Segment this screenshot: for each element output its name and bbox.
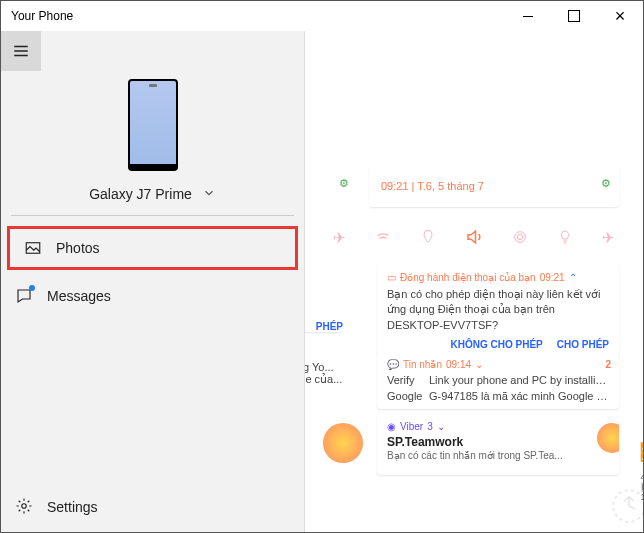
chevron-down-icon[interactable]: ⌄ <box>475 359 483 370</box>
notification-messages[interactable]: 💬 Tin nhắn 09:14 ⌄ 2 VerifyLink your pho… <box>377 353 619 409</box>
airplane-icon[interactable]: ✈ <box>333 229 346 247</box>
device-image <box>128 79 178 171</box>
notif-app: Đồng hành điện thoại của bạn <box>400 272 536 283</box>
allow-button[interactable]: CHO PHÉP <box>557 339 609 350</box>
partial-notification-left: g Yo... le của... <box>305 361 363 386</box>
partial-allow-label: PHÉP <box>305 321 343 332</box>
sidebar-item-label: Photos <box>56 240 100 256</box>
app-icon: ▭ <box>387 272 396 283</box>
chevron-up-icon[interactable]: ⌃ <box>569 272 577 283</box>
gear-icon[interactable]: ⚙ <box>339 177 349 190</box>
notif-time: 09:21 <box>540 272 565 283</box>
time-header-card: ⚙ 09:21 | T.6, 5 tháng 7 ⚙ <box>369 165 619 207</box>
notification-phone-companion[interactable]: ▭ Đồng hành điện thoại của bạn 09:21 ⌃ B… <box>377 264 619 356</box>
sms-icon: 💬 <box>387 359 399 370</box>
light-icon[interactable] <box>557 229 573 248</box>
notif-body: Bạn có cho phép điện thoại này liên kết … <box>387 287 609 333</box>
viber-icon: ◉ <box>387 421 396 432</box>
sidebar-item-label: Messages <box>47 288 111 304</box>
notif-count: 3 <box>427 421 433 432</box>
app-title: Your Phone <box>11 9 73 23</box>
sidebar-item-settings[interactable]: Settings <box>1 482 304 532</box>
watermark: uantrimang <box>610 481 643 531</box>
sidebar-item-label: Settings <box>47 499 98 515</box>
sound-icon[interactable] <box>465 228 483 249</box>
notification-viber[interactable]: ◉ Viber 3 ⌄ SP.Teamwork Bạn có các tin n… <box>377 415 619 475</box>
notif-title: SP.Teamwork <box>387 435 609 449</box>
window-controls <box>505 1 643 31</box>
notif-time: 09:14 <box>446 359 471 370</box>
svg-point-2 <box>515 231 526 242</box>
notif-sub: Bạn có các tin nhắn mới trong SP.Tea... <box>387 450 609 461</box>
quick-settings-row: ✈ ✈ <box>329 223 619 253</box>
wifi-icon[interactable] <box>375 229 391 248</box>
content-area: ⚙ 09:21 | T.6, 5 tháng 7 ⚙ ✈ ✈ ▭ Đồng hà… <box>305 31 643 532</box>
chevron-down-icon <box>202 186 216 203</box>
sync-icon[interactable] <box>512 229 528 248</box>
minimize-button[interactable] <box>505 1 551 31</box>
location-icon[interactable] <box>420 229 436 248</box>
notif-count: 2 <box>605 359 611 370</box>
messages-icon <box>15 287 33 305</box>
hamburger-icon <box>12 42 30 60</box>
maximize-button[interactable] <box>551 1 597 31</box>
device-name-label: Galaxy J7 Prime <box>89 186 192 202</box>
svg-point-4 <box>613 490 643 522</box>
deny-button[interactable]: KHÔNG CHO PHÉP <box>451 339 543 350</box>
photos-icon <box>24 239 42 257</box>
notif-app: Viber <box>400 421 423 432</box>
sidebar: Galaxy J7 Prime Photos Messages <box>1 31 305 532</box>
sidebar-item-photos[interactable]: Photos <box>7 226 298 270</box>
time-line: 09:21 | T.6, 5 tháng 7 <box>369 180 484 192</box>
svg-point-3 <box>517 234 522 239</box>
gear-icon[interactable]: ⚙ <box>601 177 611 190</box>
device-area: Galaxy J7 Prime <box>1 71 304 215</box>
group-avatar <box>597 423 619 453</box>
close-button[interactable] <box>597 1 643 31</box>
nav: Photos Messages <box>1 216 304 483</box>
sidebar-item-messages[interactable]: Messages <box>1 274 304 318</box>
group-avatar <box>323 423 363 463</box>
airplane-icon[interactable]: ✈ <box>602 229 615 247</box>
chevron-down-icon[interactable]: ⌄ <box>437 421 445 432</box>
notif-app: Tin nhắn <box>403 359 442 370</box>
hamburger-button[interactable] <box>1 31 41 71</box>
svg-point-1 <box>22 503 27 508</box>
device-selector[interactable]: Galaxy J7 Prime <box>89 186 216 203</box>
gear-icon <box>15 497 33 518</box>
titlebar: Your Phone <box>1 1 643 31</box>
